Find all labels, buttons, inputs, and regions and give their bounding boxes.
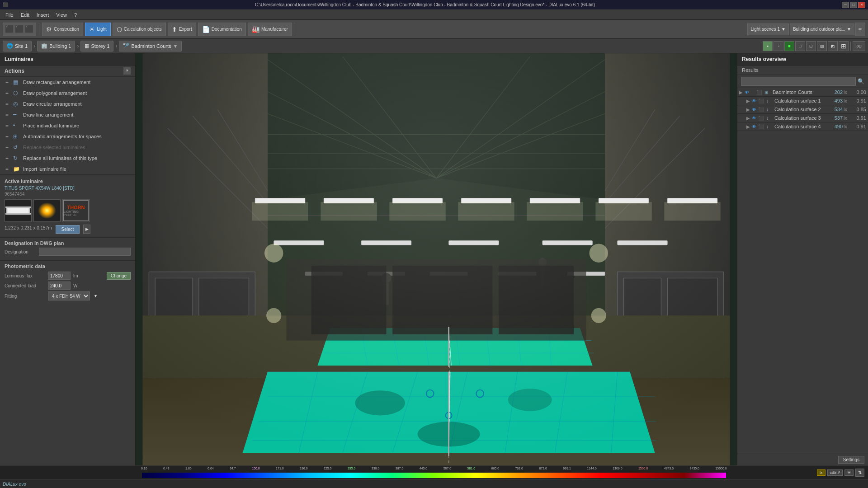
toolbar-icons[interactable]: ⬛⬛⬛	[3, 23, 36, 36]
eye-badminton[interactable]: 👁	[745, 90, 751, 95]
nav-room[interactable]: 🏸 Badminton Courts ▼	[119, 41, 182, 52]
construction-button[interactable]: ⚙ Construction	[42, 23, 83, 36]
scale-expand-button[interactable]: ⇅	[855, 469, 864, 477]
fitting-select[interactable]: 4 x FDH 54 W	[48, 291, 90, 300]
tree-row-calc1[interactable]: ▶ 👁 ⬛ ↓ Calculation surface 1 493 lx 0.9…	[737, 97, 868, 105]
results-tree: ▶ 👁 ⬛ ⊞ Badminton Courts 202 lx 0.00 ▶ 👁…	[737, 88, 868, 454]
action-dots-4: ••	[5, 113, 9, 117]
action-automatic[interactable]: •• ⊞ Automatic arrangements for spaces	[0, 131, 135, 142]
actions-help-button[interactable]: ?	[123, 67, 131, 75]
surface-icon-2: ↓	[766, 107, 774, 112]
action-replace-all[interactable]: •• ↻ Replace all luminaires of this type	[0, 153, 135, 164]
action-circular[interactable]: •• ◎ Draw circular arrangement	[0, 99, 135, 109]
view-btn-1[interactable]: □	[795, 41, 805, 51]
nav-sep-3: ›	[115, 43, 117, 49]
actions-header: Actions ?	[0, 66, 135, 77]
calc4-unit: lx	[844, 124, 853, 129]
expand-badminton[interactable]: ▶	[739, 90, 745, 95]
light-button[interactable]: ☀ Light	[85, 23, 111, 36]
minimize-button[interactable]: ─	[842, 2, 849, 8]
close-button[interactable]: ✕	[858, 2, 865, 8]
scale-lx-button[interactable]: lx	[817, 469, 826, 476]
calc-icon: ⬡	[117, 26, 122, 33]
tree-row-calc2[interactable]: ▶ 👁 ⬛ ↓ Calculation surface 2 534 lx 0.8…	[737, 105, 868, 114]
light-scenes-dropdown[interactable]: Light scenes 1 ▼	[747, 23, 788, 35]
expand-calc4[interactable]: ▶	[746, 124, 752, 129]
viewport[interactable]	[136, 53, 737, 465]
action-dots-5: ••	[5, 123, 9, 128]
scene-container	[136, 53, 737, 465]
export-button[interactable]: ⬆ Export	[168, 23, 196, 36]
search-box: 🔍	[737, 75, 868, 88]
expand-calc3[interactable]: ▶	[746, 116, 752, 121]
action-rectangular[interactable]: •• ▦ Draw rectangular arrangement	[0, 77, 135, 88]
expand-calc2[interactable]: ▶	[746, 107, 752, 112]
manufacturer-button[interactable]: 🏭 Manufacturer	[248, 23, 292, 36]
settings-button[interactable]: Settings	[838, 456, 864, 464]
view-btn-color[interactable]: ■	[784, 41, 794, 51]
statusbar: DIALux evo	[0, 479, 868, 488]
eye-calc4[interactable]: 👁	[752, 124, 758, 129]
menu-file[interactable]: File	[2, 11, 17, 19]
fitting-dropdown-icon[interactable]: ▼	[94, 294, 98, 298]
search-input[interactable]	[741, 77, 856, 86]
edit-mode-button[interactable]: ✏	[855, 23, 865, 36]
nav-storey[interactable]: ▦ Storey 1	[80, 41, 113, 52]
calc1-icon: ⬛	[758, 99, 766, 103]
calc4-icon: ⬛	[758, 124, 766, 129]
expand-calc1[interactable]: ▶	[746, 99, 752, 103]
fixture-svg	[5, 200, 31, 221]
menu-edit[interactable]: Edit	[17, 11, 33, 19]
nav-sep-2: ›	[77, 43, 79, 49]
designation-input[interactable]	[39, 248, 131, 256]
view-3d-toggle[interactable]: 3D	[853, 41, 865, 51]
luminaire-preview-brand: THORN LIGHTING PEOPLE	[62, 199, 90, 222]
svg-rect-106	[143, 53, 730, 465]
titlebar: ⬛ C:\Users\nelca.roco\Documents\Willingd…	[0, 0, 868, 10]
maximize-button[interactable]: □	[850, 2, 857, 8]
menu-help[interactable]: ?	[71, 11, 80, 19]
menu-insert[interactable]: Insert	[33, 11, 53, 19]
scale-cdm2-button[interactable]: cd/m²	[827, 469, 843, 476]
eye-calc3[interactable]: 👁	[752, 116, 758, 121]
calc-objects-button[interactable]: ⬡ Calculation objects	[113, 23, 166, 36]
view-btn-3[interactable]: ▨	[817, 41, 827, 51]
svg-point-5	[38, 202, 56, 219]
documentation-button[interactable]: 📄 Documentation	[198, 23, 246, 36]
tree-row-calc4[interactable]: ▶ 👁 ⬛ ↓ Calculation surface 4 490 lx 0.9…	[737, 122, 868, 131]
action-polygonal[interactable]: •• ⬡ Draw polygonal arrangement	[0, 88, 135, 99]
view-btn-5[interactable]: ⊞	[839, 41, 849, 51]
action-line[interactable]: •• ━ Draw line arrangement	[0, 109, 135, 120]
view-btn-wire[interactable]: ▫	[774, 41, 783, 51]
mfg-icon: 🏭	[252, 26, 259, 33]
select-luminaire-button[interactable]: Select	[56, 225, 80, 234]
menu-view[interactable]: View	[52, 11, 71, 19]
view-btn-solid[interactable]: ▪	[763, 41, 773, 51]
action-dots-6: ••	[5, 134, 9, 139]
luminous-flux-value: 17800	[48, 272, 71, 280]
tree-row-badminton[interactable]: ▶ 👁 ⬛ ⊞ Badminton Courts 202 lx 0.00	[737, 88, 868, 97]
eye-calc2[interactable]: 👁	[752, 107, 758, 112]
view-btn-2[interactable]: ⊡	[806, 41, 816, 51]
tree-row-calc3[interactable]: ▶ 👁 ⬛ ↓ Calculation surface 3 537 lx 0.9…	[737, 114, 868, 122]
eye-calc1[interactable]: 👁	[752, 99, 758, 103]
scale-sun-button[interactable]: ☀	[844, 469, 854, 476]
view-btn-4[interactable]: ◩	[828, 41, 838, 51]
svg-point-108	[266, 308, 281, 323]
sidebar-title: Luminaires	[0, 53, 135, 66]
results-title: Results overview	[737, 53, 868, 66]
luminous-flux-row: Luminous flux 17800 lm Change	[5, 272, 131, 280]
calc1-ratio: 0.91	[853, 98, 866, 103]
photometric-svg	[34, 200, 60, 221]
polygonal-icon: ⬡	[13, 90, 19, 96]
action-import[interactable]: •• 📁 Import luminaire file	[0, 164, 135, 174]
action-individual[interactable]: •• • Place individual luminaire	[0, 120, 135, 131]
search-icon: 🔍	[858, 78, 864, 84]
luminaire-info-button[interactable]: ▶	[83, 225, 90, 234]
nav-building[interactable]: 🏢 Building 1	[37, 41, 75, 52]
individual-icon: •	[13, 122, 19, 129]
nav-site[interactable]: 🌐 Site 1	[3, 41, 32, 52]
building-outdoor-dropdown[interactable]: Building and outdoor pla... ▼	[790, 23, 854, 35]
change-button[interactable]: Change	[107, 272, 131, 280]
calc3-unit: lx	[844, 115, 853, 121]
